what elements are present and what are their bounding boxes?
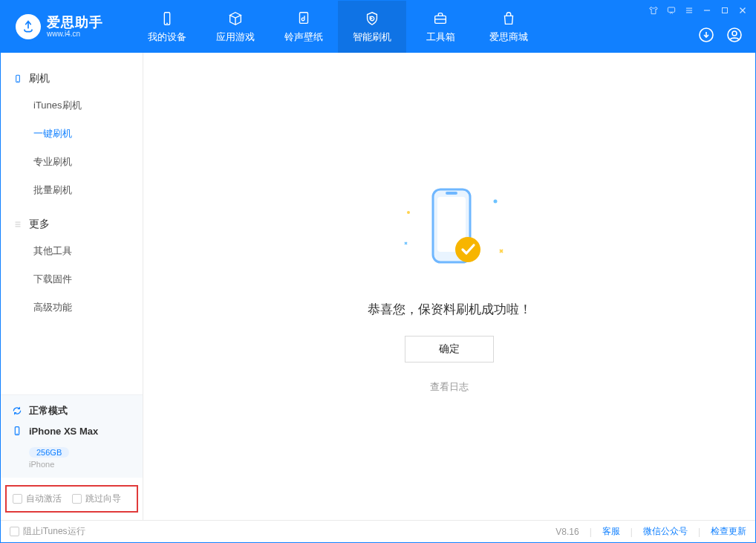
nav-label: 爱思商城 (489, 30, 528, 44)
ok-button[interactable]: 确定 (405, 336, 494, 362)
checkbox-label: 阻止iTunes运行 (23, 525, 85, 538)
activation-options: 自动激活 跳过向导 (5, 485, 138, 513)
cube-icon (227, 10, 244, 27)
toolbox-icon (431, 10, 449, 27)
user-icon[interactable] (726, 26, 743, 44)
sidebar: 刷机 iTunes刷机 一键刷机 专业刷机 批量刷机 更多 其他工具 下载固件 … (1, 53, 143, 520)
sidebar-item-oneclick-flash[interactable]: 一键刷机 (1, 120, 143, 148)
phone-icon (11, 425, 23, 437)
svg-point-24 (494, 200, 498, 204)
checkbox-label: 跳过向导 (85, 492, 121, 505)
nav-label: 工具箱 (426, 30, 455, 44)
success-message: 恭喜您，保资料刷机成功啦！ (368, 301, 532, 318)
nav-ringtones[interactable]: 铃声壁纸 (270, 1, 338, 53)
device-type: iPhone (29, 460, 132, 469)
device-storage-badge: 256GB (29, 447, 69, 458)
nav-apps-games[interactable]: 应用游戏 (201, 1, 270, 53)
checkbox-block-itunes[interactable]: 阻止iTunes运行 (10, 525, 85, 538)
device-name-row: iPhone XS Max (11, 425, 132, 437)
bag-icon (500, 10, 518, 27)
nav-my-device[interactable]: 我的设备 (133, 1, 201, 53)
list-icon (13, 219, 23, 230)
window-controls (648, 5, 748, 18)
checkbox-skip-guide[interactable]: 跳过向导 (72, 492, 121, 505)
device-mode: 正常模式 (29, 404, 68, 417)
svg-rect-5 (668, 7, 674, 12)
view-log-link[interactable]: 查看日志 (430, 380, 469, 394)
group-label: 刷机 (29, 72, 50, 85)
checkbox-auto-activate[interactable]: 自动激活 (13, 492, 62, 505)
titlebar: 爱思助手 www.i4.cn 我的设备 应用游戏 铃声壁纸 智能刷机 (1, 1, 755, 53)
footer-link-support[interactable]: 客服 (602, 525, 620, 538)
feedback-icon[interactable] (666, 5, 677, 18)
footer-link-wechat[interactable]: 微信公众号 (643, 525, 688, 538)
logo-icon (16, 14, 41, 39)
device-panel: 正常模式 iPhone XS Max 256GB iPhone (1, 394, 143, 478)
footer-link-update[interactable]: 检查更新 (711, 525, 746, 538)
sidebar-item-pro-flash[interactable]: 专业刷机 (1, 148, 143, 176)
shirt-icon[interactable] (648, 5, 659, 18)
nav-label: 应用游戏 (216, 30, 255, 44)
sidebar-item-advanced[interactable]: 高级功能 (1, 293, 143, 322)
maximize-button[interactable] (720, 5, 730, 18)
shield-refresh-icon (363, 10, 381, 27)
main-content: 恭喜您，保资料刷机成功啦！ 确定 查看日志 (143, 53, 755, 520)
music-file-icon (295, 10, 313, 27)
nav-store[interactable]: 爱思商城 (475, 1, 543, 53)
svg-rect-10 (723, 8, 728, 13)
nav-smart-flash[interactable]: 智能刷机 (338, 1, 406, 53)
sidebar-item-other-tools[interactable]: 其他工具 (1, 237, 143, 265)
menu-icon[interactable] (684, 5, 694, 18)
logo: 爱思助手 www.i4.cn (1, 14, 103, 39)
sidebar-group-flash: 刷机 (1, 66, 143, 91)
app-subtitle: www.i4.cn (47, 30, 103, 38)
device-icon (158, 10, 176, 27)
sidebar-item-itunes-flash[interactable]: iTunes刷机 (1, 91, 143, 120)
nav-label: 铃声壁纸 (284, 30, 323, 44)
nav-label: 智能刷机 (353, 30, 391, 44)
svg-point-28 (455, 237, 480, 262)
download-icon[interactable] (697, 26, 715, 44)
device-name: iPhone XS Max (29, 426, 98, 437)
svg-rect-27 (446, 192, 457, 195)
device-mode-row: 正常模式 (11, 404, 132, 417)
minimize-button[interactable] (702, 5, 712, 18)
svg-point-15 (732, 31, 737, 36)
sidebar-group-more: 更多 (1, 212, 143, 237)
svg-point-14 (728, 28, 741, 42)
sidebar-item-download-firmware[interactable]: 下载固件 (1, 265, 143, 293)
close-button[interactable] (737, 5, 748, 18)
status-bar: 阻止iTunes运行 V8.16 | 客服 | 微信公众号 | 检查更新 (1, 520, 755, 542)
app-title: 爱思助手 (47, 16, 103, 30)
nav-label: 我的设备 (148, 30, 186, 44)
top-nav: 我的设备 应用游戏 铃声壁纸 智能刷机 工具箱 爱思商城 (133, 1, 543, 53)
checkbox-label: 自动激活 (26, 492, 62, 505)
group-label: 更多 (29, 218, 50, 231)
sidebar-item-batch-flash[interactable]: 批量刷机 (1, 176, 143, 204)
phone-icon (13, 74, 23, 84)
nav-toolbox[interactable]: 工具箱 (406, 1, 475, 53)
version-label: V8.16 (555, 527, 579, 537)
sync-icon (11, 405, 23, 417)
svg-point-23 (407, 211, 410, 214)
success-illustration (375, 179, 524, 283)
